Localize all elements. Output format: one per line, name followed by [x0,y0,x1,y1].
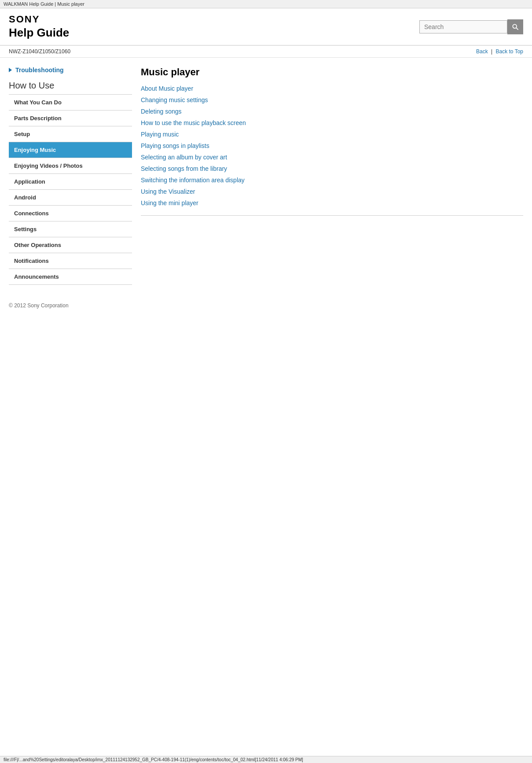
content-list-item: How to use the music playback screen [141,119,523,126]
search-input[interactable] [419,20,507,33]
content-link[interactable]: Playing music [141,131,179,138]
content-link[interactable]: Selecting songs from the library [141,165,227,172]
content-link[interactable]: Using the mini player [141,199,198,206]
page-header: SONY Help Guide [0,8,532,46]
sidebar-item[interactable]: Enjoying Music [9,142,132,158]
sidebar: Troubleshooting How to Use What You Can … [9,66,132,285]
browser-title-bar: WALKMAN Help Guide | Music player [0,0,532,8]
content-list-item: Selecting an album by cover art [141,154,523,161]
search-icon [512,23,518,30]
browser-title-text: WALKMAN Help Guide | Music player [4,1,84,7]
content-link[interactable]: About Music player [141,85,193,92]
sidebar-troubleshooting: Troubleshooting [9,66,132,74]
content-link[interactable]: Playing songs in playlists [141,142,209,149]
model-number: NWZ-Z1040/Z1050/Z1060 [9,48,70,55]
content-list-item: Selecting songs from the library [141,165,523,172]
search-button[interactable] [507,19,523,34]
content-list-item: Playing songs in playlists [141,142,523,149]
sidebar-item[interactable]: Settings [9,221,132,237]
content-area: Music player About Music playerChanging … [141,66,523,285]
troubleshooting-label: Troubleshooting [15,66,64,74]
content-link[interactable]: How to use the music playback screen [141,119,246,126]
content-link[interactable]: Using the Visualizer [141,188,195,195]
sidebar-item[interactable]: Notifications [9,253,132,269]
nav-separator: | [491,48,492,55]
chevron-right-icon [9,68,12,72]
help-guide-title: Help Guide [9,26,69,40]
content-list-item: Playing music [141,131,523,138]
content-divider [141,215,523,216]
svg-line-1 [516,28,518,29]
main-content: Troubleshooting How to Use What You Can … [0,58,532,294]
content-title: Music player [141,66,523,78]
sidebar-item[interactable]: Parts Description [9,110,132,126]
content-link[interactable]: Selecting an album by cover art [141,154,227,161]
content-list-item: About Music player [141,85,523,92]
sidebar-item[interactable]: Connections [9,205,132,221]
nav-links: Back | Back to Top [476,48,523,55]
sidebar-item[interactable]: What You Can Do [9,94,132,110]
content-list-item: Changing music settings [141,96,523,103]
content-list-item: Using the mini player [141,199,523,206]
sidebar-item[interactable]: Announcements [9,269,132,285]
content-link[interactable]: Changing music settings [141,96,208,103]
content-list-item: Switching the information area display [141,177,523,184]
content-links-list: About Music playerChanging music setting… [141,85,523,206]
page-footer: © 2012 Sony Corporation [0,294,532,313]
back-to-top-link[interactable]: Back to Top [496,48,523,55]
sub-header: NWZ-Z1040/Z1050/Z1060 Back | Back to Top [0,46,532,58]
sidebar-item[interactable]: Enjoying Videos / Photos [9,158,132,173]
sony-logo: SONY [9,14,69,25]
copyright-text: © 2012 Sony Corporation [9,302,69,309]
content-link[interactable]: Deleting songs [141,108,182,115]
back-link[interactable]: Back [476,48,488,55]
sidebar-item[interactable]: Other Operations [9,237,132,253]
header-branding: SONY Help Guide [9,14,69,40]
troubleshooting-link[interactable]: Troubleshooting [9,66,132,74]
sidebar-item[interactable]: Android [9,189,132,205]
content-link[interactable]: Switching the information area display [141,177,245,184]
sidebar-item[interactable]: Application [9,173,132,189]
sidebar-section-title: How to Use [9,81,132,91]
content-list-item: Using the Visualizer [141,188,523,195]
content-list-item: Deleting songs [141,108,523,115]
sidebar-items-container: What You Can DoParts DescriptionSetupEnj… [9,94,132,285]
sidebar-item[interactable]: Setup [9,126,132,142]
header-search [419,19,523,34]
